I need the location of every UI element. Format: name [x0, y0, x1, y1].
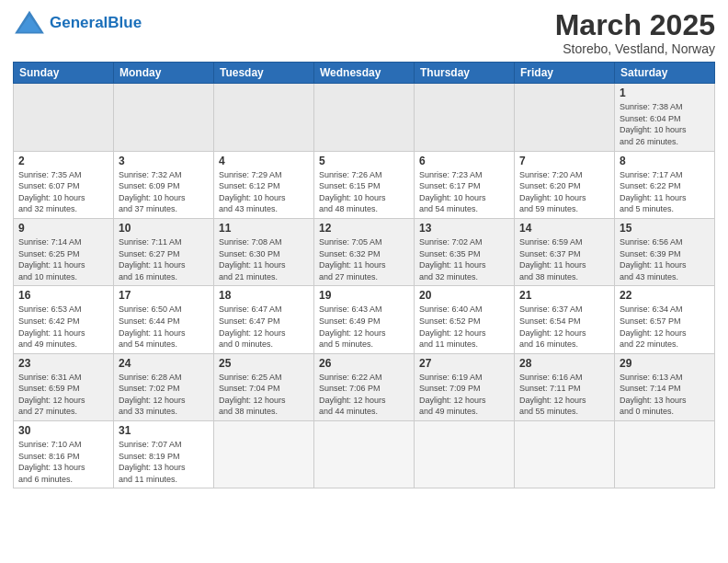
- calendar-cell: 22Sunrise: 6:34 AM Sunset: 6:57 PM Dayli…: [615, 286, 715, 353]
- day-info: Sunrise: 7:23 AM Sunset: 6:17 PM Dayligh…: [419, 169, 509, 215]
- main-title: March 2025: [555, 9, 715, 41]
- calendar-cell: [114, 84, 214, 151]
- calendar-cell: 20Sunrise: 6:40 AM Sunset: 6:52 PM Dayli…: [415, 286, 515, 353]
- day-info: Sunrise: 6:59 AM Sunset: 6:37 PM Dayligh…: [519, 236, 609, 282]
- calendar-cell: 8Sunrise: 7:17 AM Sunset: 6:22 PM Daylig…: [615, 151, 715, 218]
- day-info: Sunrise: 6:40 AM Sunset: 6:52 PM Dayligh…: [419, 304, 509, 350]
- calendar-cell: 25Sunrise: 6:25 AM Sunset: 7:04 PM Dayli…: [214, 353, 314, 420]
- calendar-body: 1Sunrise: 7:38 AM Sunset: 6:04 PM Daylig…: [14, 84, 715, 488]
- calendar-cell: [515, 421, 615, 488]
- calendar-cell: 3Sunrise: 7:32 AM Sunset: 6:09 PM Daylig…: [114, 151, 214, 218]
- day-info: Sunrise: 6:50 AM Sunset: 6:44 PM Dayligh…: [119, 304, 209, 350]
- col-monday: Monday: [114, 63, 214, 84]
- day-info: Sunrise: 6:13 AM Sunset: 7:14 PM Dayligh…: [620, 372, 710, 418]
- calendar-table: Sunday Monday Tuesday Wednesday Thursday…: [13, 62, 715, 488]
- day-number: 7: [519, 155, 609, 167]
- calendar-cell: 27Sunrise: 6:19 AM Sunset: 7:09 PM Dayli…: [415, 353, 515, 420]
- day-number: 16: [18, 289, 108, 302]
- day-info: Sunrise: 7:14 AM Sunset: 6:25 PM Dayligh…: [18, 236, 108, 282]
- col-saturday: Saturday: [615, 63, 715, 84]
- day-number: 20: [419, 289, 509, 302]
- calendar-cell: 9Sunrise: 7:14 AM Sunset: 6:25 PM Daylig…: [14, 218, 114, 285]
- col-sunday: Sunday: [14, 63, 114, 84]
- day-number: 12: [319, 222, 409, 235]
- calendar-week-6: 30Sunrise: 7:10 AM Sunset: 8:16 PM Dayli…: [14, 421, 715, 488]
- calendar-cell: 6Sunrise: 7:23 AM Sunset: 6:17 PM Daylig…: [415, 151, 515, 218]
- day-number: 19: [319, 289, 409, 302]
- calendar-cell: 21Sunrise: 6:37 AM Sunset: 6:54 PM Dayli…: [515, 286, 615, 353]
- calendar-cell: [214, 84, 314, 151]
- col-wednesday: Wednesday: [314, 63, 415, 84]
- day-info: Sunrise: 7:29 AM Sunset: 6:12 PM Dayligh…: [219, 169, 309, 215]
- day-number: 28: [519, 357, 609, 370]
- calendar-cell: 15Sunrise: 6:56 AM Sunset: 6:39 PM Dayli…: [615, 218, 715, 285]
- day-info: Sunrise: 6:56 AM Sunset: 6:39 PM Dayligh…: [620, 236, 710, 282]
- day-number: 25: [219, 357, 309, 370]
- calendar-header: Sunday Monday Tuesday Wednesday Thursday…: [14, 63, 715, 84]
- calendar-cell: 10Sunrise: 7:11 AM Sunset: 6:27 PM Dayli…: [114, 218, 214, 285]
- day-info: Sunrise: 6:22 AM Sunset: 7:06 PM Dayligh…: [319, 372, 409, 418]
- day-info: Sunrise: 7:20 AM Sunset: 6:20 PM Dayligh…: [519, 169, 609, 215]
- day-info: Sunrise: 6:31 AM Sunset: 6:59 PM Dayligh…: [18, 372, 108, 418]
- day-number: 31: [119, 424, 209, 437]
- day-info: Sunrise: 6:28 AM Sunset: 7:02 PM Dayligh…: [119, 372, 209, 418]
- calendar-cell: 29Sunrise: 6:13 AM Sunset: 7:14 PM Dayli…: [615, 353, 715, 420]
- day-info: Sunrise: 7:38 AM Sunset: 6:04 PM Dayligh…: [620, 101, 710, 147]
- day-info: Sunrise: 6:43 AM Sunset: 6:49 PM Dayligh…: [319, 304, 409, 350]
- calendar-cell: 12Sunrise: 7:05 AM Sunset: 6:32 PM Dayli…: [314, 218, 415, 285]
- day-info: Sunrise: 7:32 AM Sunset: 6:09 PM Dayligh…: [119, 169, 209, 215]
- day-info: Sunrise: 7:10 AM Sunset: 8:16 PM Dayligh…: [18, 439, 108, 485]
- day-info: Sunrise: 7:02 AM Sunset: 6:35 PM Dayligh…: [419, 236, 509, 282]
- day-info: Sunrise: 7:08 AM Sunset: 6:30 PM Dayligh…: [219, 236, 309, 282]
- calendar-cell: [415, 84, 515, 151]
- day-number: 24: [119, 357, 209, 370]
- day-info: Sunrise: 6:16 AM Sunset: 7:11 PM Dayligh…: [519, 372, 609, 418]
- logo-icon: [13, 9, 46, 37]
- calendar-cell: [515, 84, 615, 151]
- day-info: Sunrise: 6:25 AM Sunset: 7:04 PM Dayligh…: [219, 372, 309, 418]
- calendar-cell: 30Sunrise: 7:10 AM Sunset: 8:16 PM Dayli…: [14, 421, 114, 488]
- calendar-cell: 26Sunrise: 6:22 AM Sunset: 7:06 PM Dayli…: [314, 353, 415, 420]
- day-number: 18: [219, 289, 309, 302]
- calendar-cell: 24Sunrise: 6:28 AM Sunset: 7:02 PM Dayli…: [114, 353, 214, 420]
- logo-text: GeneralBlue: [50, 15, 142, 32]
- day-number: 14: [519, 222, 609, 235]
- header: GeneralBlue March 2025 Storebo, Vestland…: [13, 9, 715, 56]
- day-number: 30: [18, 424, 108, 437]
- day-info: Sunrise: 7:05 AM Sunset: 6:32 PM Dayligh…: [319, 236, 409, 282]
- calendar-cell: [615, 421, 715, 488]
- day-info: Sunrise: 7:26 AM Sunset: 6:15 PM Dayligh…: [319, 169, 409, 215]
- day-number: 15: [620, 222, 710, 235]
- page: GeneralBlue March 2025 Storebo, Vestland…: [0, 0, 728, 563]
- calendar-cell: 28Sunrise: 6:16 AM Sunset: 7:11 PM Dayli…: [515, 353, 615, 420]
- day-info: Sunrise: 6:19 AM Sunset: 7:09 PM Dayligh…: [419, 372, 509, 418]
- calendar-cell: 14Sunrise: 6:59 AM Sunset: 6:37 PM Dayli…: [515, 218, 615, 285]
- day-info: Sunrise: 7:17 AM Sunset: 6:22 PM Dayligh…: [620, 169, 710, 215]
- day-number: 29: [620, 357, 710, 370]
- day-number: 23: [18, 357, 108, 370]
- day-info: Sunrise: 6:53 AM Sunset: 6:42 PM Dayligh…: [18, 304, 108, 350]
- calendar-cell: [314, 421, 415, 488]
- calendar-week-3: 9Sunrise: 7:14 AM Sunset: 6:25 PM Daylig…: [14, 218, 715, 285]
- calendar-cell: 31Sunrise: 7:07 AM Sunset: 8:19 PM Dayli…: [114, 421, 214, 488]
- day-number: 4: [219, 155, 309, 167]
- calendar-week-5: 23Sunrise: 6:31 AM Sunset: 6:59 PM Dayli…: [14, 353, 715, 420]
- col-friday: Friday: [515, 63, 615, 84]
- calendar-cell: 17Sunrise: 6:50 AM Sunset: 6:44 PM Dayli…: [114, 286, 214, 353]
- day-number: 8: [620, 155, 710, 167]
- day-number: 3: [119, 155, 209, 167]
- day-number: 21: [519, 289, 609, 302]
- calendar-cell: [415, 421, 515, 488]
- calendar-cell: 1Sunrise: 7:38 AM Sunset: 6:04 PM Daylig…: [615, 84, 715, 151]
- calendar-cell: 5Sunrise: 7:26 AM Sunset: 6:15 PM Daylig…: [314, 151, 415, 218]
- day-number: 26: [319, 357, 409, 370]
- day-info: Sunrise: 6:47 AM Sunset: 6:47 PM Dayligh…: [219, 304, 309, 350]
- calendar-cell: 16Sunrise: 6:53 AM Sunset: 6:42 PM Dayli…: [14, 286, 114, 353]
- day-info: Sunrise: 7:07 AM Sunset: 8:19 PM Dayligh…: [119, 439, 209, 485]
- day-number: 5: [319, 155, 409, 167]
- day-number: 22: [620, 289, 710, 302]
- day-number: 2: [18, 155, 108, 167]
- calendar-cell: [214, 421, 314, 488]
- calendar-week-2: 2Sunrise: 7:35 AM Sunset: 6:07 PM Daylig…: [14, 151, 715, 218]
- calendar-cell: 4Sunrise: 7:29 AM Sunset: 6:12 PM Daylig…: [214, 151, 314, 218]
